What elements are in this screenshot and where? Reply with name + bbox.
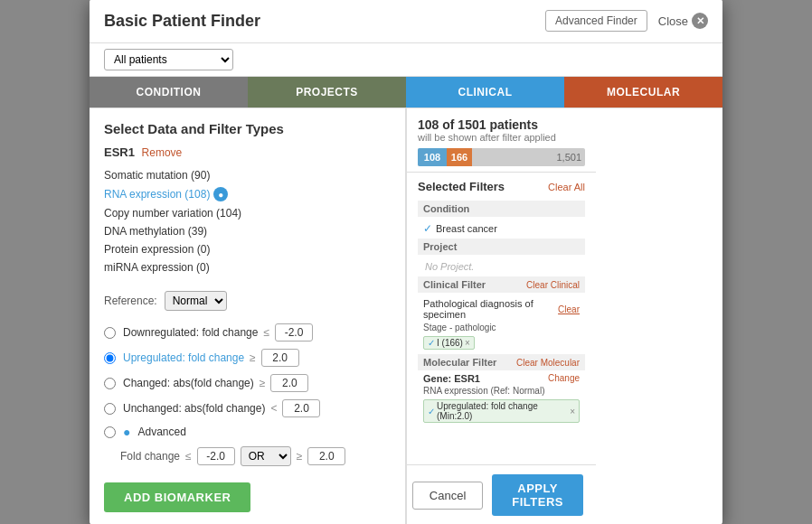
progress-bar: 108 166 1,501 <box>418 148 585 166</box>
reference-label: Reference: <box>104 295 157 307</box>
patient-count-sub: will be shown after filter applied <box>418 132 585 143</box>
list-item[interactable]: Somatic mutation (90) <box>104 166 391 184</box>
mol-detail1: RNA expression (Ref: Normal) <box>418 385 585 398</box>
unchanged-radio[interactable] <box>104 403 116 415</box>
gene-label: ESR1 Remove <box>104 145 391 159</box>
modal-header: Basic Patient Finder Advanced Finder Clo… <box>90 0 722 43</box>
modal-overlay: Basic Patient Finder Advanced Finder Clo… <box>0 0 812 524</box>
molecular-gene-row: Gene: ESR1 Change <box>418 370 585 385</box>
panel-title: Select Data and Filter Types <box>104 121 391 136</box>
filter-list: Somatic mutation (90) RNA expression (10… <box>104 166 391 276</box>
upregulated-radio[interactable] <box>104 352 116 364</box>
clear-diagnosis-link[interactable]: Clear <box>558 304 580 314</box>
modal-body: Select Data and Filter Types ESR1 Remove… <box>90 108 722 524</box>
stage-label: Stage - pathologic <box>418 322 585 335</box>
apply-filters-button[interactable]: APPLY FILTERS <box>492 474 583 516</box>
active-badge: ● <box>213 187 228 201</box>
filter-options-panel: Reference: Normal Downregulated: fold ch… <box>104 291 391 466</box>
clinical-category: Clinical Filter Clear Clinical <box>418 276 585 293</box>
clear-clinical-link[interactable]: Clear Clinical <box>526 280 580 290</box>
filter-option-changed: Changed: abs(fold change) ≥ <box>104 374 391 392</box>
reference-select[interactable]: Normal <box>165 291 227 311</box>
operator-select[interactable]: OR AND <box>241 446 291 466</box>
list-item[interactable]: miRNA expression (0) <box>104 258 391 276</box>
filters-header: Selected Filters Clear All <box>418 180 585 193</box>
close-label: Close <box>658 14 688 28</box>
patient-count-title: 108 of 1501 patients <box>418 117 585 132</box>
changed-radio[interactable] <box>104 378 116 389</box>
cancel-button[interactable]: Cancel <box>412 482 483 510</box>
add-biomarker-button[interactable]: ADD BIOMARKER <box>104 482 250 512</box>
progress-segment-orange: 166 <box>447 148 472 166</box>
no-project-label: No Project. <box>418 258 585 275</box>
mol-tag: ✓ Upregulated: fold change (Min:2.0) × <box>423 399 580 423</box>
tab-clinical[interactable]: CLINICAL <box>406 77 564 108</box>
mol-remove-button[interactable]: × <box>570 407 575 416</box>
downregulated-radio[interactable] <box>104 327 116 339</box>
list-item[interactable]: DNA methylation (39) <box>104 222 391 240</box>
filter-type-somatic: Somatic mutation (90) <box>104 169 210 182</box>
mol-detail2: Upregulated: fold change (Min:2.0) <box>437 401 568 421</box>
molecular-category: Molecular Filter Clear Molecular <box>418 354 585 370</box>
right-panel: 108 of 1501 patients will be shown after… <box>406 108 596 524</box>
tab-projects[interactable]: PROJECTS <box>248 77 406 108</box>
mol-check-icon: ✓ <box>428 407 435 416</box>
modal-title: Basic Patient Finder <box>104 12 260 31</box>
upregulated-threshold[interactable] <box>261 349 299 367</box>
fold-change-label: Fold change <box>120 450 180 463</box>
filter-type-cnv: Copy number variation (104) <box>104 207 241 220</box>
unchanged-threshold[interactable] <box>282 399 320 417</box>
stage-check-icon: ✓ <box>428 338 435 348</box>
diagnosis-text: Pathological diagnosis of specimen <box>423 298 554 320</box>
list-item[interactable]: Copy number variation (104) <box>104 204 391 222</box>
changed-threshold[interactable] <box>270 374 308 392</box>
patient-count-section: 108 of 1501 patients will be shown after… <box>407 108 596 173</box>
changed-label: Changed: abs(fold change) <box>123 377 254 389</box>
stage-tag-row: ✓ I (166) × <box>418 335 585 351</box>
remove-link[interactable]: Remove <box>142 146 183 159</box>
mol-tag-row: ✓ Upregulated: fold change (Min:2.0) × <box>418 398 585 424</box>
tab-molecular[interactable]: MOLECULAR <box>564 77 722 108</box>
advanced-radio[interactable] <box>104 426 116 438</box>
downregulated-label: Downregulated: fold change <box>123 326 258 339</box>
tabs-row: CONDITION PROJECTS CLINICAL MOLECULAR <box>90 77 722 108</box>
clinical-diagnosis-label: Pathological diagnosis of specimen Clear <box>418 296 585 322</box>
modal: Basic Patient Finder Advanced Finder Clo… <box>90 0 722 524</box>
upregulated-label: Upregulated: fold change <box>123 351 244 364</box>
fold-min-input[interactable] <box>197 447 235 465</box>
condition-category: Condition <box>418 201 585 217</box>
filter-option-downregulated: Downregulated: fold change ≤ <box>104 323 391 342</box>
list-item[interactable]: RNA expression (108) ● <box>104 184 391 204</box>
downregulated-threshold[interactable] <box>275 323 313 342</box>
progress-total: 1,501 <box>472 148 585 166</box>
patient-select-row: All patients Custom selection <box>90 43 722 77</box>
change-gene-link[interactable]: Change <box>548 373 580 384</box>
advanced-label: Advanced <box>137 426 185 438</box>
condition-breast-cancer: Breast cancer <box>436 223 497 234</box>
clear-all-button[interactable]: Clear All <box>548 182 585 192</box>
close-button[interactable]: Close ✕ <box>658 13 708 29</box>
reference-row: Reference: Normal <box>104 291 391 311</box>
close-icon: ✕ <box>692 13 708 29</box>
fold-max-input[interactable] <box>307 447 345 465</box>
gene-name: Gene: ESR1 <box>423 373 480 384</box>
filter-type-rna: RNA expression (108) <box>104 188 210 201</box>
clear-molecular-link[interactable]: Clear Molecular <box>516 358 580 368</box>
patient-select[interactable]: All patients Custom selection <box>104 49 233 70</box>
selected-filters-title: Selected Filters <box>418 180 505 193</box>
tab-condition[interactable]: CONDITION <box>90 77 248 108</box>
progress-segment-blue: 108 <box>418 148 447 166</box>
condition-value: ✓ Breast cancer <box>418 220 585 237</box>
stage-remove-button[interactable]: × <box>465 338 470 348</box>
advanced-finder-button[interactable]: Advanced Finder <box>545 10 647 32</box>
list-item[interactable]: Protein expression (0) <box>104 240 391 258</box>
check-icon: ✓ <box>423 222 432 235</box>
filter-type-dna: DNA methylation (39) <box>104 225 207 238</box>
advanced-row-header: ● Advanced <box>104 425 391 439</box>
stage-tag: ✓ I (166) × <box>423 336 475 350</box>
filter-type-protein: Protein expression (0) <box>104 243 210 256</box>
filters-section: Selected Filters Clear All Condition ✓ B… <box>407 173 596 464</box>
filter-option-upregulated: Upregulated: fold change ≥ <box>104 349 391 367</box>
advanced-section: ● Advanced Fold change ≤ OR AND ≥ <box>104 425 391 466</box>
modal-footer: Cancel APPLY FILTERS <box>407 464 596 524</box>
